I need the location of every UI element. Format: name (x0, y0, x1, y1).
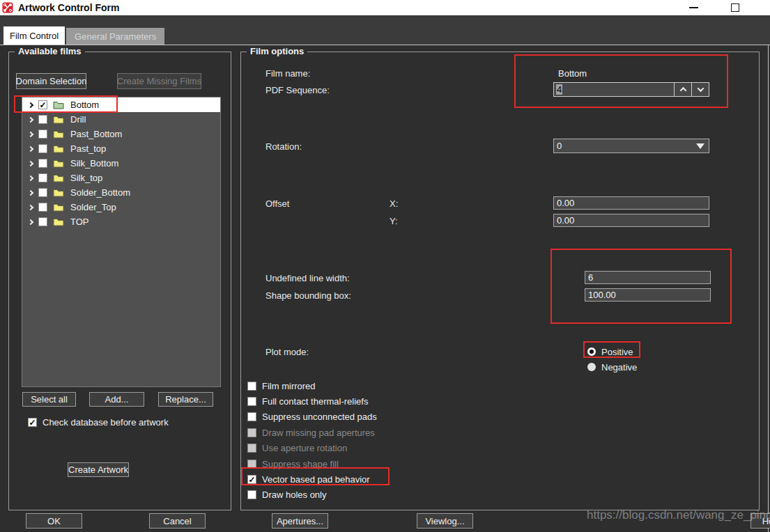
film-name: TOP (70, 217, 89, 227)
film-checkbox[interactable] (38, 130, 47, 139)
apertures-button[interactable]: Apertures... (272, 513, 328, 529)
add-button[interactable]: Add... (89, 392, 144, 407)
option-label: Suppress shape fill (262, 459, 339, 469)
maximize-icon (731, 3, 739, 12)
film-option-row: Use aperture rotation (247, 441, 377, 456)
plot-mode-option[interactable]: Positive (587, 344, 637, 359)
film-checkbox[interactable] (38, 159, 47, 168)
available-films-legend: Available films (15, 46, 85, 56)
film-checkbox[interactable] (38, 115, 47, 124)
option-label: Draw holes only (262, 490, 327, 500)
film-checkbox[interactable] (38, 217, 47, 226)
shape-bounding-box-label: Shape bounding box: (265, 290, 351, 301)
minimize-button[interactable] (683, 0, 704, 15)
window-title: Artwork Control Form (18, 2, 119, 13)
folder-icon (53, 130, 64, 139)
film-option-row[interactable]: Full contact thermal-reliefs (247, 393, 377, 409)
folder-icon (53, 203, 64, 212)
folder-icon (53, 188, 64, 197)
shape-bounding-box-input[interactable]: 100.00 (585, 288, 711, 302)
pdf-sequence-value: 4 (556, 84, 562, 95)
film-row[interactable]: Solder_Bottom (22, 185, 220, 200)
option-label: Film mirrored (262, 381, 316, 391)
plot-mode-option-label: Negative (601, 362, 637, 373)
option-checkbox[interactable]: ✓ (247, 475, 256, 484)
film-row[interactable]: ✓Bottom (22, 97, 220, 112)
check-database-checkbox[interactable]: ✓ (28, 418, 37, 427)
expand-chevron-icon[interactable] (28, 146, 33, 151)
plot-mode-label: Plot mode: (265, 347, 309, 357)
domain-selection-button[interactable]: Domain Selection (16, 73, 86, 89)
film-row[interactable]: Silk_Bottom (22, 156, 220, 171)
folder-icon (53, 217, 64, 226)
tab-film-control[interactable]: Film Control (3, 26, 65, 45)
expand-chevron-icon[interactable] (28, 189, 33, 195)
tab-general-parameters[interactable]: General Parameters (66, 28, 164, 45)
film-checkbox[interactable] (38, 173, 47, 182)
film-option-checkboxes: Film mirroredFull contact thermal-relief… (247, 378, 377, 503)
pane-right-edge (768, 45, 769, 532)
offset-x-input[interactable]: 0.00 (553, 196, 709, 210)
plot-mode-option[interactable]: Negative (587, 359, 637, 375)
expand-chevron-icon[interactable] (28, 131, 33, 136)
film-checkbox[interactable] (38, 144, 47, 153)
select-all-button[interactable]: Select all (22, 392, 76, 407)
expand-chevron-icon[interactable] (28, 102, 33, 107)
tab-strip: Film Control General Parameters (3, 26, 164, 45)
film-option-row[interactable]: Draw holes only (247, 487, 377, 503)
option-label: Suppress unconnected pads (262, 412, 377, 422)
film-name: Drill (70, 114, 86, 125)
option-label: Use aperture rotation (262, 443, 347, 453)
cancel-button[interactable]: Cancel (149, 513, 206, 529)
film-options-group: Film options Film name: Bottom PDF Seque… (240, 52, 760, 510)
option-checkbox (247, 444, 256, 453)
minimize-icon (689, 7, 698, 8)
film-row[interactable]: Past_Bottom (22, 127, 220, 141)
expand-chevron-icon[interactable] (28, 116, 33, 122)
expand-chevron-icon[interactable] (28, 160, 33, 166)
plot-mode-option-label: Positive (601, 347, 633, 357)
film-checkbox[interactable]: ✓ (38, 100, 47, 109)
film-tree[interactable]: ✓BottomDrillPast_BottomPast_topSilk_Bott… (22, 97, 221, 387)
help-button[interactable]: Help (750, 513, 770, 529)
expand-chevron-icon[interactable] (28, 219, 33, 224)
expand-chevron-icon[interactable] (28, 175, 33, 180)
option-label: Full contact thermal-reliefs (262, 396, 368, 407)
film-option-row[interactable]: Suppress unconnected pads (247, 409, 377, 425)
option-checkbox[interactable] (247, 382, 256, 391)
option-checkbox[interactable] (247, 490, 256, 499)
pdf-sequence-spinner[interactable]: 4 (553, 82, 709, 97)
film-row[interactable]: Silk_top (22, 171, 220, 185)
film-row[interactable]: Past_top (22, 141, 220, 156)
radio-icon[interactable] (587, 347, 596, 356)
offset-y-input[interactable]: 0.00 (553, 214, 709, 227)
option-checkbox[interactable] (247, 412, 256, 421)
available-films-group: Available films Domain Selection Create … (8, 52, 231, 510)
film-option-row[interactable]: ✓Vector based pad behavior (247, 471, 377, 487)
film-name: Silk_Bottom (70, 158, 118, 169)
maximize-button[interactable] (725, 0, 746, 15)
undefined-line-width-input[interactable]: 6 (585, 271, 711, 284)
viewlog-button[interactable]: Viewlog... (417, 513, 473, 529)
radio-icon[interactable] (587, 363, 596, 371)
option-checkbox[interactable] (247, 397, 256, 406)
film-checkbox[interactable] (38, 203, 47, 212)
film-row[interactable]: Solder_Top (22, 200, 220, 214)
folder-icon (53, 100, 64, 109)
spinner-down-button[interactable] (691, 83, 709, 96)
film-name-label: Film name: (265, 68, 310, 79)
film-checkbox[interactable] (38, 188, 47, 197)
film-name: Bottom (70, 100, 99, 110)
option-label: Vector based pad behavior (262, 474, 370, 485)
film-row[interactable]: TOP (22, 214, 220, 229)
film-option-row[interactable]: Film mirrored (247, 378, 377, 393)
ok-button[interactable]: OK (26, 513, 82, 529)
replace-button[interactable]: Replace... (158, 392, 213, 407)
rotation-dropdown[interactable]: 0 (553, 139, 709, 153)
pdf-sequence-input[interactable]: 4 (554, 83, 674, 96)
spinner-up-button[interactable] (674, 83, 691, 96)
create-artwork-button[interactable]: Create Artwork (68, 462, 129, 477)
expand-chevron-icon[interactable] (28, 204, 33, 210)
film-row[interactable]: Drill (22, 112, 220, 127)
offset-y-label: Y: (390, 216, 398, 226)
